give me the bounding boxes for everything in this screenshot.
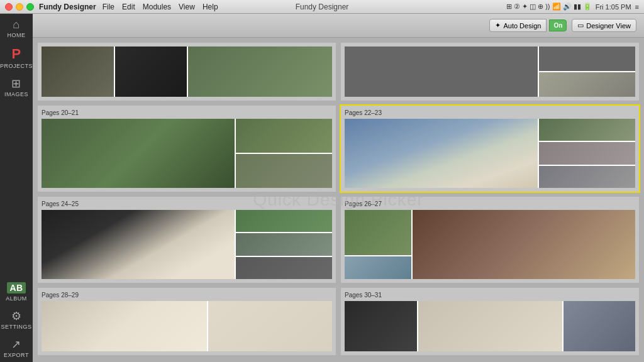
spreads-grid: Pages 20–21 Pages 22–23 (38, 106, 639, 355)
export-icon: ↗ (11, 339, 21, 350)
window-title: Fundy Designer (296, 3, 349, 11)
sidebar-item-home[interactable]: ⌂ HOME (0, 14, 33, 42)
sidebar-label-images: IMAGES (4, 91, 28, 97)
top-row (38, 43, 639, 101)
sidebar-label-export: EXPORT (4, 352, 29, 358)
photo-3031-right (564, 301, 636, 351)
menu-modules[interactable]: Modules (143, 3, 171, 11)
photo-tr-2 (539, 47, 635, 71)
sidebar-item-projects[interactable]: P PROJECTS (0, 42, 33, 73)
spread-label-22-23: Pages 22–23 (345, 109, 635, 116)
photo-2425-stack (236, 210, 332, 279)
auto-design-toggle[interactable]: On (549, 19, 567, 31)
photo-tl-3 (188, 47, 332, 97)
sidebar-label-projects: PROJECTS (0, 63, 33, 69)
sidebar-item-images[interactable]: ⊞ IMAGES (0, 73, 33, 101)
photo-2223-left (345, 119, 538, 188)
toolbar: ✦ Auto Design On ▭ Designer View (33, 14, 644, 38)
photo-2223-stack (539, 119, 635, 188)
spread-22-23-container (345, 119, 635, 188)
spread-26-27-container (345, 210, 635, 279)
photo-2223-rb (539, 166, 635, 188)
photo-2627-right (413, 210, 635, 279)
spread-label-30-31: Pages 30–31 (345, 292, 635, 299)
photo-2021-left (42, 119, 235, 188)
menu-bar-items: File Edit Modules View Help (103, 3, 218, 11)
sidebar-label-album: ALBUM (6, 295, 27, 302)
photo-2829-right (208, 301, 332, 351)
auto-design-text: Auto Design (503, 22, 541, 30)
designer-view-button[interactable]: ▭ Designer View (572, 19, 636, 32)
spread-label-26-27: Pages 26–27 (345, 200, 635, 207)
spread-top-left[interactable] (38, 43, 336, 101)
menubar-right: ⊞ ② ✦ ◫ ⊕ )) 📶 🔊 ▮▮ 🔋 Fri 1:05 PM ≡ (506, 3, 639, 11)
app-container: ⌂ HOME P PROJECTS ⊞ IMAGES AB ALBUM ⚙ SE… (0, 14, 644, 362)
spread-pages-30-31[interactable]: Pages 30–31 (341, 288, 639, 355)
spread-20-21-container (42, 119, 332, 188)
sidebar-label-settings: SETTINGS (1, 324, 31, 330)
photo-2425-rb (236, 257, 332, 279)
spread-28-29-container (42, 301, 332, 351)
spread-pages-28-29[interactable]: Pages 28–29 (38, 288, 336, 355)
spread-pages-22-23[interactable]: Pages 22–23 (341, 106, 639, 192)
spread-label-20-21: Pages 20–21 (42, 109, 332, 116)
photo-2425-rm (236, 233, 332, 255)
spread-top-right[interactable] (341, 43, 639, 101)
spread-24-25-container (42, 210, 332, 279)
photo-tr-3 (539, 72, 635, 97)
photo-2021-stack (236, 119, 332, 188)
photo-tl-1 (42, 47, 114, 97)
auto-design-button[interactable]: ✦ Auto Design (489, 19, 547, 32)
menubar-time: Fri 1:05 PM (596, 3, 631, 11)
photo-2021-rt (236, 119, 332, 153)
maximize-button[interactable] (26, 3, 34, 11)
spread-pages-26-27[interactable]: Pages 26–27 (341, 197, 639, 283)
photo-2627-left-stack (345, 210, 411, 279)
spread-top-right-container (345, 47, 635, 97)
spread-label-24-25: Pages 24–25 (42, 200, 332, 207)
spread-30-31-container (345, 301, 635, 351)
auto-design-icon: ✦ (495, 21, 501, 30)
menubar: Fundy Designer File Edit Modules View He… (0, 0, 644, 14)
menu-edit[interactable]: Edit (122, 3, 135, 11)
home-icon: ⌂ (13, 19, 19, 30)
photo-2627-lt (345, 210, 411, 255)
content-area: Pages 20–21 Pages 22–23 (33, 38, 644, 362)
menubar-menu-icon: ≡ (635, 3, 639, 11)
menu-view[interactable]: View (179, 3, 195, 11)
photo-tl-2 (115, 47, 187, 97)
menu-file[interactable]: File (103, 3, 114, 11)
sidebar-item-album[interactable]: AB ALBUM (0, 277, 33, 305)
sidebar: ⌂ HOME P PROJECTS ⊞ IMAGES AB ALBUM ⚙ SE… (0, 14, 33, 362)
photo-3031-mid (418, 301, 562, 351)
menu-help[interactable]: Help (203, 3, 218, 11)
designer-view-icon: ▭ (577, 21, 584, 30)
photo-2021-rb (236, 154, 332, 188)
photo-2829-left (42, 301, 207, 351)
photo-3031-left (345, 301, 417, 351)
sidebar-item-settings[interactable]: ⚙ SETTINGS (0, 305, 33, 334)
spread-pages-20-21[interactable]: Pages 20–21 (38, 106, 336, 192)
spread-pages-24-25[interactable]: Pages 24–25 (38, 197, 336, 283)
photo-2627-lb (345, 256, 411, 279)
album-icon: AB (7, 282, 25, 293)
menubar-icons: ⊞ ② ✦ ◫ ⊕ )) 📶 🔊 ▮▮ 🔋 (506, 3, 592, 11)
minimize-button[interactable] (16, 3, 23, 11)
settings-icon: ⚙ (11, 310, 22, 322)
designer-view-text: Designer View (586, 22, 631, 30)
close-button[interactable] (5, 3, 13, 11)
photo-2425-rt (236, 210, 332, 232)
sidebar-item-export[interactable]: ↗ EXPORT (0, 334, 33, 362)
photo-2425-left (42, 210, 235, 279)
app-name: Fundy Designer (39, 3, 96, 11)
spread-top-left-container (42, 47, 332, 97)
photo-tr-stack (539, 47, 635, 97)
traffic-lights (5, 3, 34, 11)
images-icon: ⊞ (11, 78, 21, 89)
auto-design-control[interactable]: ✦ Auto Design On (489, 19, 567, 32)
photo-2223-rt (539, 119, 635, 141)
photo-2223-rm (539, 142, 635, 164)
sidebar-label-home: HOME (8, 32, 26, 38)
spread-label-28-29: Pages 28–29 (42, 292, 332, 299)
content-wrap: ✦ Auto Design On ▭ Designer View (33, 14, 644, 362)
